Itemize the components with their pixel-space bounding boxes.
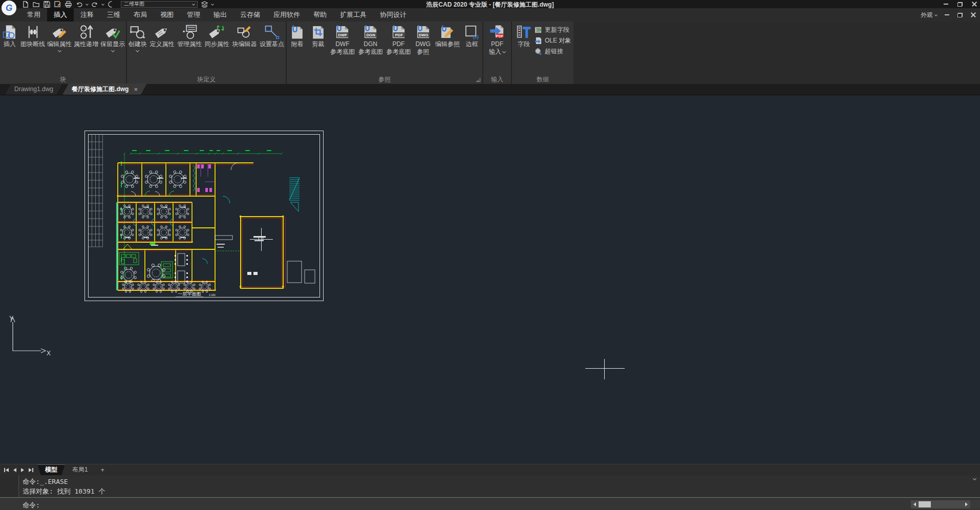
button-label: 字段 <box>518 40 530 48</box>
last-tab-button[interactable] <box>29 468 33 472</box>
svg-text:PDF: PDF <box>496 34 503 38</box>
save-as-icon[interactable] <box>54 1 61 8</box>
save-icon[interactable] <box>43 1 51 8</box>
doc-tab-drawing1[interactable]: Drawing1.dwg <box>5 83 62 95</box>
plan-title-block <box>89 135 103 247</box>
create-block-button[interactable]: 创建块 <box>129 24 147 52</box>
block-break-line-button[interactable]: 图块断线 <box>20 24 45 48</box>
doc-close-button[interactable] <box>970 12 977 18</box>
tab-layout1[interactable]: 布局1 <box>65 464 96 476</box>
doc-tab-active[interactable]: 餐厅装修施工图.dwg× <box>62 83 147 95</box>
set-base-point-button[interactable]: 设置基点 <box>260 24 284 48</box>
doc-restore-button[interactable] <box>956 12 964 18</box>
window-controls <box>942 0 978 8</box>
dgn-underlay-button[interactable]: DGN DGN 参考底图 <box>358 24 383 56</box>
edit-attribute-button[interactable]: 编辑属性 <box>47 24 72 52</box>
hyperlink-button[interactable]: 超链接 <box>535 46 571 57</box>
quick-access-toolbar: 二维草图 <box>22 0 214 8</box>
rewind-icon[interactable] <box>107 1 115 8</box>
workspace-selector[interactable]: 二维草图 <box>121 1 198 8</box>
prev-tab-button[interactable] <box>13 468 16 472</box>
app-logo-icon[interactable]: G <box>2 1 16 15</box>
appearance-dropdown[interactable]: 外观 <box>921 11 937 19</box>
scroll-right-icon[interactable] <box>965 502 968 506</box>
redo-icon[interactable] <box>91 1 99 8</box>
document-tab-bar: Drawing1.dwg 餐厅装修施工图.dwg× <box>0 84 980 95</box>
doc-tab-close-icon[interactable]: × <box>134 86 138 93</box>
command-input-row[interactable]: 命令: <box>0 498 980 510</box>
undo-dropdown-icon[interactable] <box>86 3 89 6</box>
plan-white-furniture <box>125 163 315 283</box>
qat-customize-icon[interactable] <box>211 3 214 6</box>
edit-reference-button[interactable]: 编辑参照 <box>435 24 460 48</box>
tab-manage[interactable]: 管理 <box>180 8 207 22</box>
attach-button[interactable]: 附着 <box>288 24 306 48</box>
layers-stack-icon[interactable] <box>201 1 208 8</box>
field-button[interactable]: 字段 <box>515 24 532 48</box>
tab-output[interactable]: 输出 <box>207 8 233 22</box>
block-editor-button[interactable]: 块编辑器 <box>232 24 257 48</box>
next-tab-button[interactable] <box>21 468 24 472</box>
frame-button[interactable]: (x) 边框 <box>463 24 481 48</box>
dwf-file-icon: DWF <box>334 24 351 40</box>
new-file-icon[interactable] <box>22 1 29 8</box>
tab-view[interactable]: 视图 <box>154 8 180 22</box>
scrollbar-thumb[interactable] <box>919 501 931 507</box>
close-button[interactable] <box>971 1 978 7</box>
command-prompt[interactable]: 命令: <box>23 501 40 510</box>
define-attribute-button[interactable]: 定义属性 <box>150 24 174 48</box>
tab-3d[interactable]: 三维 <box>100 8 127 22</box>
command-line-window[interactable]: 命令:_.ERASE 选择对象: 找到 10391 个 命令: <box>0 475 980 510</box>
plan-title-text: 一层平面图 <box>178 291 201 296</box>
pdf-import-button[interactable]: PDF PDF 输入 <box>488 24 506 56</box>
first-tab-button[interactable] <box>4 468 9 472</box>
drawing-canvas[interactable]: 一层平面图 1:100 Y X <box>0 96 980 464</box>
ribbon-empty-area <box>573 22 980 84</box>
insert-block-button[interactable]: 插入 <box>1 24 18 48</box>
maximize-button[interactable] <box>956 1 964 7</box>
tab-model[interactable]: 模型 <box>37 464 65 476</box>
dwf-underlay-button[interactable]: DWF DWF 参考底图 <box>330 24 355 56</box>
attach-icon <box>288 24 306 40</box>
tab-cloud[interactable]: 云存储 <box>233 8 267 22</box>
command-expand-icon[interactable] <box>973 477 976 480</box>
horizontal-scrollbar[interactable] <box>911 500 970 508</box>
retain-display-button[interactable]: 保留显示 <box>100 24 125 52</box>
open-file-icon[interactable] <box>32 1 40 8</box>
tab-apps[interactable]: 应用软件 <box>267 8 307 22</box>
dropdown-chevron-icon[interactable] <box>136 49 139 52</box>
button-label: DWF <box>335 40 349 48</box>
manage-attribute-button[interactable]: 管理属性 <box>177 24 202 48</box>
dropdown-chevron-icon[interactable] <box>111 49 114 52</box>
tab-home[interactable]: 常用 <box>20 8 47 22</box>
undo-icon[interactable] <box>75 1 83 8</box>
attribute-increment-button[interactable]: 属性递增 <box>74 24 98 48</box>
dwg-reference-button[interactable]: DWG DWG 参照 <box>414 24 432 56</box>
doc-minimize-button[interactable] <box>943 12 950 18</box>
scroll-left-icon[interactable] <box>913 502 916 506</box>
tab-insert[interactable]: 插入 <box>47 8 74 22</box>
button-label: 编辑参照 <box>435 40 460 48</box>
tab-annotate[interactable]: 注释 <box>74 8 100 22</box>
field-icon <box>515 24 532 40</box>
dropdown-chevron-icon[interactable] <box>57 49 61 52</box>
pdf-underlay-button[interactable]: PDF PDF 参考底图 <box>386 24 411 56</box>
update-field-button[interactable]: 更新字段 <box>535 25 571 35</box>
dgn-file-icon: DGN <box>362 24 379 40</box>
tab-layout[interactable]: 布局 <box>127 8 154 22</box>
tab-collaboration[interactable]: 协同设计 <box>373 8 413 22</box>
add-layout-button[interactable]: + <box>96 464 110 476</box>
sync-attribute-button[interactable]: 同步属性 <box>205 24 229 48</box>
plot-icon[interactable] <box>65 1 72 8</box>
tab-express-tools[interactable]: 扩展工具 <box>333 8 373 22</box>
ole-object-button[interactable]: OLE 对象 <box>535 35 571 46</box>
redo-dropdown-icon[interactable] <box>101 3 104 6</box>
create-block-icon <box>129 24 146 40</box>
dialog-launcher-icon[interactable] <box>476 78 480 82</box>
tab-help[interactable]: 帮助 <box>307 8 333 22</box>
svg-text:DWG: DWG <box>418 33 428 37</box>
dropdown-chevron-icon[interactable] <box>502 50 506 53</box>
clip-button[interactable]: 剪裁 <box>309 24 327 48</box>
pdf-import-icon: PDF <box>488 24 506 40</box>
minimize-button[interactable] <box>942 1 949 7</box>
